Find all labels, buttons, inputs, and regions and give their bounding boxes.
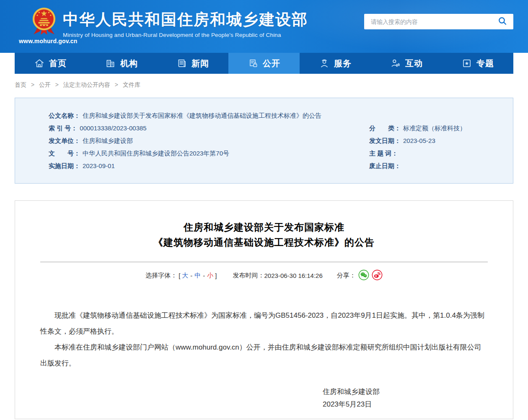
- page: www.mohurd.gov.cn 中华人民共和国住房和城乡建设部 Minist…: [0, 0, 528, 420]
- breadcrumb: 首页 > 公开 > 法定主动公开内容 > 文件库: [15, 81, 513, 89]
- logo-block: www.mohurd.gov.cn: [19, 6, 69, 44]
- nav-item-label: 互动: [405, 58, 423, 69]
- nav-item-home[interactable]: 首页: [15, 53, 86, 74]
- weibo-icon: [372, 270, 383, 282]
- special-topic-icon: [461, 58, 472, 69]
- site-subtitle: Ministry of Housing and Urban-Rural Deve…: [63, 32, 308, 38]
- nav-item-label: 专题: [476, 58, 494, 69]
- wechat-icon: [358, 270, 369, 282]
- meta-label: 主 题 词：: [369, 150, 398, 157]
- font-size-medium-link[interactable]: 中: [194, 272, 201, 280]
- search-input[interactable]: [371, 18, 497, 25]
- meta-row-implementation-date: 实施日期：2023-09-01: [49, 160, 369, 172]
- site-search: [364, 14, 513, 29]
- search-button[interactable]: [497, 15, 508, 28]
- nav-item-label: 新闻: [192, 58, 209, 69]
- article-meta-bar: 选择字体： [ 大 - 中 - 小 ] 发布时间： 2023-06-30 16:…: [40, 270, 488, 282]
- title-divider: [40, 262, 488, 262]
- signature-block: 住房和城乡建设部 2023年5月23日: [40, 386, 488, 411]
- meta-label: 废止日期：: [369, 162, 401, 169]
- breadcrumb-separator: >: [55, 81, 59, 88]
- meta-label: 实施日期：: [49, 162, 80, 169]
- breadcrumb-document-library[interactable]: 文件库: [123, 81, 140, 88]
- disclosure-icon: [248, 58, 259, 69]
- meta-row-issuing-unit: 发文单位：住房和城乡建设部: [49, 135, 369, 147]
- meta-value: 2023-09-01: [83, 162, 115, 169]
- site-url: www.mohurd.gov.cn: [19, 38, 69, 44]
- meta-row-category: 分 类：标准定额（标准科技）: [369, 122, 505, 135]
- article-body: 现批准《建筑物移动通信基础设施工程技术标准》为国家标准，编号为GB51456-2…: [40, 308, 488, 371]
- site-header: www.mohurd.gov.cn 中华人民共和国住房和城乡建设部 Minist…: [0, 0, 528, 53]
- meta-row-document-number: 文 号：中华人民共和国住房和城乡建设部公告2023年第70号: [49, 147, 369, 160]
- search-icon: [497, 16, 507, 27]
- font-size-separator: -: [190, 272, 192, 279]
- font-size-separator: -: [203, 272, 205, 279]
- meta-label: 分 类：: [369, 124, 401, 132]
- article-paragraph: 本标准在住房和城乡建设部门户网站（www.mohurd.gov.cn）公开，并由…: [40, 340, 488, 371]
- meta-value: 住房和城乡建设部关于发布国家标准《建筑物移动通信基础设施工程技术标准》的公告: [83, 112, 321, 119]
- meta-value: 2023-05-23: [403, 137, 435, 144]
- service-icon: [319, 58, 330, 69]
- font-size-selector: 选择字体： [ 大 - 中 - 小 ]: [145, 272, 218, 280]
- publish-time-value: 2023-06-30 16:14:26: [264, 272, 323, 279]
- article-title-line2: 《建筑物移动通信基础设施工程技术标准》的公告: [153, 237, 375, 248]
- signature-org: 住房和城乡建设部: [323, 386, 380, 398]
- share-wechat-button[interactable]: [358, 270, 369, 282]
- nav-item-label: 首页: [49, 58, 67, 69]
- home-icon: [34, 58, 45, 69]
- breadcrumb-separator: >: [115, 81, 118, 88]
- signature-date: 2023年5月23日: [323, 398, 380, 411]
- news-icon: [176, 58, 187, 69]
- main-nav: 首页 机构 新闻: [15, 53, 513, 74]
- font-size-large-link[interactable]: 大: [182, 272, 188, 280]
- breadcrumb-statutory-content[interactable]: 法定主动公开内容: [63, 81, 110, 88]
- share-weibo-button[interactable]: [372, 270, 383, 282]
- nav-item-news[interactable]: 新闻: [157, 53, 228, 74]
- document-meta-box: 公文名称：住房和城乡建设部关于发布国家标准《建筑物移动通信基础设施工程技术标准》…: [15, 98, 513, 184]
- nav-item-org[interactable]: 机构: [86, 53, 157, 74]
- nav-item-interaction[interactable]: 互动: [371, 53, 442, 74]
- nav-item-disclosure[interactable]: 公开: [228, 53, 300, 74]
- meta-label: 文 号：: [49, 150, 80, 157]
- font-size-small-link[interactable]: 小: [207, 272, 213, 280]
- meta-value: 000013338/2023-00385: [80, 124, 146, 132]
- nav-item-service[interactable]: 服务: [300, 53, 371, 74]
- meta-label: 索 引 号：: [49, 124, 77, 132]
- nav-item-label: 服务: [334, 58, 352, 69]
- article-paragraph: 现批准《建筑物移动通信基础设施工程技术标准》为国家标准，编号为GB51456-2…: [40, 308, 488, 340]
- national-emblem-icon: [19, 6, 69, 36]
- organization-icon: [105, 58, 116, 69]
- meta-value: 标准定额（标准科技）: [403, 124, 466, 132]
- meta-row-repeal-date: 废止日期：: [369, 160, 505, 172]
- nav-item-special[interactable]: 专题: [442, 53, 513, 74]
- meta-label: 公文名称：: [49, 112, 80, 119]
- article-panel: 住房和城乡建设部关于发布国家标准 《建筑物移动通信基础设施工程技术标准》的公告 …: [15, 200, 513, 419]
- meta-row-issue-date: 发文日期：2023-05-23: [369, 135, 505, 147]
- bracket-open: [: [179, 272, 180, 279]
- bracket-close: ]: [215, 272, 217, 279]
- meta-label: 发文单位：: [49, 137, 80, 144]
- font-size-label: 选择字体：: [145, 272, 177, 280]
- article-title: 住房和城乡建设部关于发布国家标准 《建筑物移动通信基础设施工程技术标准》的公告: [40, 220, 488, 250]
- breadcrumb-home[interactable]: 首页: [15, 81, 26, 88]
- nav-item-label: 公开: [263, 58, 280, 69]
- nav-item-label: 机构: [120, 58, 138, 69]
- meta-value: 中华人民共和国住房和城乡建设部公告2023年第70号: [83, 150, 229, 157]
- breadcrumb-disclosure[interactable]: 公开: [39, 81, 51, 88]
- breadcrumb-separator: >: [31, 81, 34, 88]
- meta-row-subject-words: 主 题 词：: [369, 147, 505, 160]
- site-title: 中华人民共和国住房和城乡建设部: [63, 10, 308, 29]
- share-label: 分享：: [337, 272, 356, 280]
- interaction-icon: [390, 58, 401, 69]
- publish-time-label: 发布时间：: [233, 272, 264, 280]
- article-title-line1: 住房和城乡建设部关于发布国家标准: [184, 222, 344, 233]
- meta-label: 发文日期：: [369, 137, 401, 144]
- meta-value: 住房和城乡建设部: [83, 137, 133, 144]
- meta-row-index-number: 索 引 号：000013338/2023-00385: [49, 122, 369, 135]
- meta-row-title: 公文名称：住房和城乡建设部关于发布国家标准《建筑物移动通信基础设施工程技术标准》…: [49, 109, 505, 122]
